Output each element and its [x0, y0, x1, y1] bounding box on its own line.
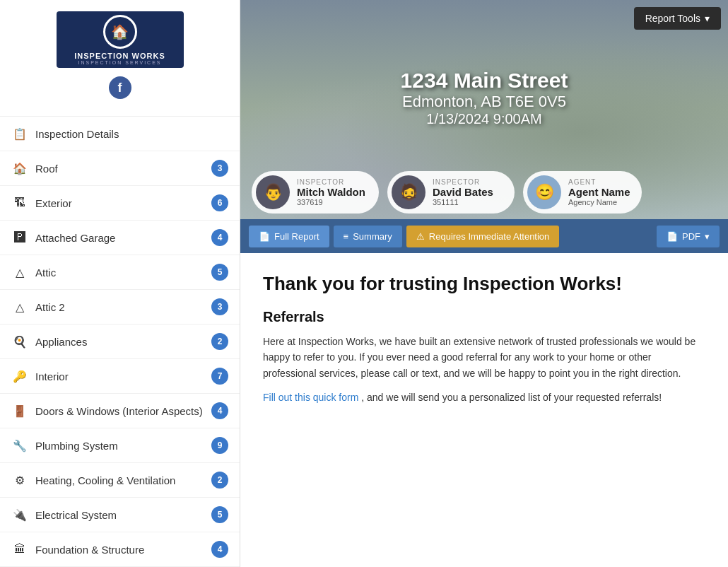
attic-2-icon: △ — [11, 298, 28, 315]
agent-info: AGENT Agent Name Agency Name — [568, 178, 630, 206]
content-area: Thank you for trusting Inspection Works!… — [240, 253, 728, 567]
attic-label: Attic — [35, 267, 211, 279]
sidebar-item-attached-garage[interactable]: 🅿Attached Garage4 — [0, 221, 240, 255]
tab-full-report[interactable]: 📄 Full Report — [249, 226, 329, 247]
inspector-info-2: INSPECTOR David Bates 351111 — [433, 178, 493, 206]
sidebar-item-appliances[interactable]: 🍳Appliances2 — [0, 325, 240, 359]
inspector-cards: 👨 INSPECTOR Mitch Waldon 337619 🧔 INSPEC… — [240, 171, 728, 214]
plumbing-label: Plumbing System — [35, 440, 211, 452]
exterior-badge: 6 — [211, 194, 228, 211]
pdf-arrow-icon: ▾ — [705, 231, 710, 242]
attached-garage-badge: 4 — [211, 229, 228, 246]
electrical-badge: 5 — [211, 506, 228, 523]
interior-icon: 🔑 — [11, 368, 28, 385]
company-subtitle: INSPECTION SERVICES — [78, 60, 161, 65]
attic-badge: 5 — [211, 264, 228, 281]
inspector-info-1: INSPECTOR Mitch Waldon 337619 — [297, 178, 365, 206]
tab-requires-attention[interactable]: ⚠ Requires Immediate Attention — [406, 226, 560, 247]
foundation-badge: 4 — [211, 541, 228, 558]
sidebar-item-inspection-details[interactable]: 📋Inspection Details — [0, 117, 240, 151]
inspector-avatar-2: 🧔 — [392, 175, 425, 209]
attached-garage-label: Attached Garage — [35, 232, 211, 244]
hvac-icon: ⚙ — [11, 472, 28, 489]
exterior-icon: 🏗 — [11, 194, 28, 211]
tab-bar: 📄 Full Report ≡ Summary ⚠ Requires Immed… — [240, 219, 728, 253]
referrals-cta: Fill out this quick form , and we will s… — [263, 390, 705, 405]
content-title: Thank you for trusting Inspection Works! — [263, 273, 705, 295]
appliances-icon: 🍳 — [11, 333, 28, 350]
sidebar-item-doors-windows[interactable]: 🚪Doors & Windows (Interior Aspects)4 — [0, 394, 240, 428]
hvac-badge: 2 — [211, 472, 228, 489]
inspector-id-1: 337619 — [297, 198, 365, 206]
warning-icon: ⚠ — [416, 231, 425, 242]
inspector-role-1: INSPECTOR — [297, 178, 365, 186]
pdf-button[interactable]: 📄 PDF ▾ — [657, 226, 720, 247]
sidebar-item-hvac[interactable]: ⚙Heating, Cooling & Ventilation2 — [0, 463, 240, 498]
summary-icon: ≡ — [344, 231, 349, 242]
electrical-label: Electrical System — [35, 509, 211, 521]
attic-icon: △ — [11, 264, 28, 281]
sidebar-item-foundation[interactable]: 🏛Foundation & Structure4 — [0, 532, 240, 567]
agent-name: Agent Name — [568, 186, 630, 198]
inspection-date: 1/13/2024 9:00AM — [401, 111, 568, 127]
agent-card: 😊 AGENT Agent Name Agency Name — [523, 171, 642, 214]
inspector-card-2: 🧔 INSPECTOR David Bates 351111 — [387, 171, 515, 214]
electrical-icon: 🔌 — [11, 506, 28, 523]
dropdown-arrow-icon: ▾ — [705, 13, 710, 24]
roof-label: Roof — [35, 163, 211, 175]
doors-windows-icon: 🚪 — [11, 402, 28, 419]
logo-icon: 🏠 — [103, 15, 137, 49]
hero-address: 1234 Main Street Edmonton, AB T6E 0V5 1/… — [401, 69, 568, 127]
tab-summary[interactable]: ≡ Summary — [334, 226, 402, 247]
sidebar-item-electrical[interactable]: 🔌Electrical System5 — [0, 498, 240, 532]
hvac-label: Heating, Cooling & Ventilation — [35, 474, 211, 486]
sidebar-item-attic-2[interactable]: △Attic 23 — [0, 290, 240, 325]
sidebar-item-interior[interactable]: 🔑Interior7 — [0, 359, 240, 394]
doors-windows-badge: 4 — [211, 402, 228, 419]
pdf-icon: 📄 — [667, 231, 678, 242]
inspector-id-2: 351111 — [433, 198, 493, 206]
inspector-card-1: 👨 INSPECTOR Mitch Waldon 337619 — [252, 171, 379, 214]
address-line1: 1234 Main Street — [401, 69, 568, 93]
facebook-link[interactable]: f — [109, 76, 131, 99]
report-tools-button[interactable]: Report Tools ▾ — [634, 7, 721, 30]
doors-windows-label: Doors & Windows (Interior Aspects) — [35, 405, 211, 417]
agent-avatar: 😊 — [527, 175, 561, 209]
social-icons: f — [109, 68, 131, 105]
plumbing-badge: 9 — [211, 437, 228, 454]
cta-link-text: Fill out this quick form — [263, 392, 358, 403]
main-content: Report Tools ▾ 1234 Main Street Edmonton… — [240, 0, 728, 567]
full-report-icon: 📄 — [259, 231, 270, 242]
inspection-details-icon: 📋 — [11, 125, 28, 142]
agent-role: AGENT — [568, 178, 630, 186]
attention-label: Requires Immediate Attention — [429, 231, 550, 242]
exterior-label: Exterior — [35, 197, 211, 209]
appliances-label: Appliances — [35, 336, 211, 348]
cta-link[interactable]: Fill out this quick form — [263, 392, 361, 403]
summary-label: Summary — [353, 231, 392, 242]
referrals-body: Here at Inspection Works, we have built … — [263, 334, 705, 381]
logo-box: 🏠 INSPECTION WORKS INSPECTION SERVICES — [57, 11, 184, 68]
inspector-avatar-1: 👨 — [256, 175, 290, 209]
address-line2: Edmonton, AB T6E 0V5 — [401, 93, 568, 111]
sidebar-item-plumbing[interactable]: 🔧Plumbing System9 — [0, 428, 240, 463]
roof-icon: 🏠 — [11, 160, 28, 177]
foundation-label: Foundation & Structure — [35, 544, 211, 556]
sidebar-item-attic[interactable]: △Attic5 — [0, 255, 240, 290]
interior-badge: 7 — [211, 368, 228, 385]
interior-label: Interior — [35, 370, 211, 382]
company-name: INSPECTION WORKS — [74, 52, 165, 60]
attached-garage-icon: 🅿 — [11, 229, 28, 246]
referrals-heading: Referrals — [263, 309, 705, 325]
nav-list: 📋Inspection Details🏠Roof3🏗Exterior6🅿Atta… — [0, 117, 240, 567]
sidebar: 🏠 INSPECTION WORKS INSPECTION SERVICES f… — [0, 0, 240, 567]
hero-section: Report Tools ▾ 1234 Main Street Edmonton… — [240, 0, 728, 219]
sidebar-item-roof[interactable]: 🏠Roof3 — [0, 151, 240, 186]
inspector-name-2: David Bates — [433, 186, 493, 198]
inspector-role-2: INSPECTOR — [433, 178, 493, 186]
sidebar-item-exterior[interactable]: 🏗Exterior6 — [0, 186, 240, 221]
full-report-label: Full Report — [274, 231, 319, 242]
cta-rest: , and we will send you a personalized li… — [361, 392, 662, 403]
sidebar-logo: 🏠 INSPECTION WORKS INSPECTION SERVICES f — [0, 0, 240, 117]
inspector-name-1: Mitch Waldon — [297, 186, 365, 198]
